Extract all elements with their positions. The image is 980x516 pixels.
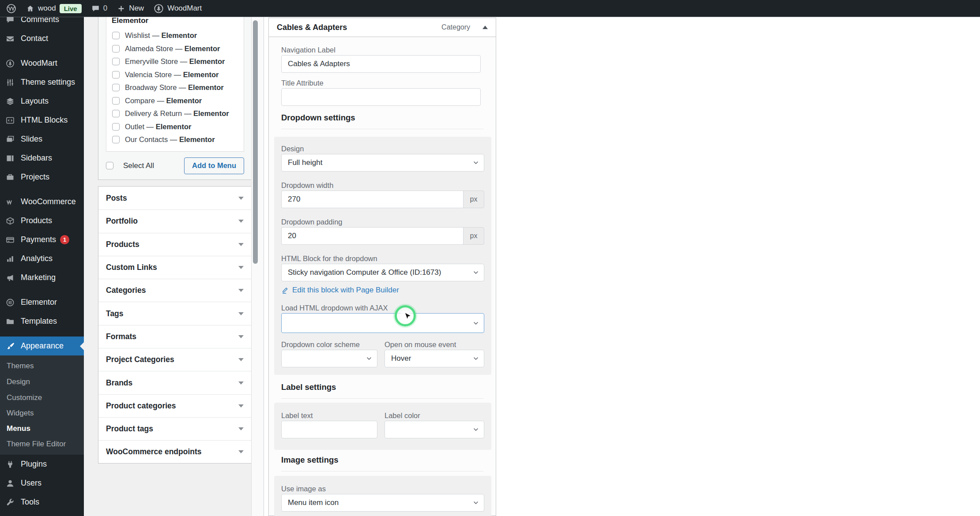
item-checkbox[interactable] — [112, 32, 120, 39]
checklist-item[interactable]: Emeryville Store — Elementor — [112, 55, 244, 68]
wordpress-menus-page: Elementor Wishlist — Elementor Alameda S… — [0, 0, 980, 516]
item-checkbox[interactable] — [112, 58, 120, 65]
sidebar-item-products[interactable]: Products — [0, 211, 84, 230]
accordion-section-brands[interactable]: Brands — [98, 371, 251, 394]
accordion-section-project-categories[interactable]: Project Categories — [98, 348, 251, 371]
label-color-select[interactable] — [384, 421, 484, 438]
item-checkbox[interactable] — [112, 71, 120, 79]
theme-name: WoodMart — [167, 4, 202, 13]
select-all-checkbox[interactable] — [106, 162, 113, 169]
accordion-section-formats[interactable]: Formats — [98, 325, 251, 348]
item-checkbox[interactable] — [112, 97, 120, 105]
ajax-label: Load HTML dropdown with AJAX — [281, 304, 388, 312]
accordion-section-portfolio[interactable]: Portfolio — [98, 209, 251, 232]
use-image-as-select[interactable]: Menu item icon — [281, 494, 484, 512]
accordion-section-product-tags[interactable]: Product tags — [98, 417, 251, 440]
menu-item-header[interactable]: Cables & Adapters Category — [268, 18, 496, 37]
checklist-item[interactable]: Our Contacts — Elementor — [112, 133, 244, 146]
chevron-down-icon — [472, 426, 479, 433]
html-block-select[interactable]: Sticky navigation Computer & Office (ID:… — [281, 264, 484, 281]
chevron-down-icon — [472, 355, 479, 362]
dropdown-width-field: 270 px — [281, 191, 484, 208]
item-checkbox[interactable] — [112, 84, 120, 91]
item-checkbox[interactable] — [112, 45, 120, 52]
accordion-section-products[interactable]: Products — [98, 233, 251, 256]
dropdown-padding-field: 20 px — [281, 227, 484, 245]
ajax-select[interactable] — [281, 313, 484, 333]
sidebar-item-appearance[interactable]: Appearance — [0, 337, 84, 355]
submenu-item-menus[interactable]: Menus — [7, 421, 30, 437]
sidebar-item-payments[interactable]: Payments1 — [0, 230, 84, 249]
collapse-icon[interactable] — [482, 26, 488, 29]
submenu-item-customize[interactable]: Customize — [7, 390, 42, 406]
checklist-item[interactable]: Valencia Store — Elementor — [112, 68, 244, 82]
submenu-item-theme-file-editor[interactable]: Theme File Editor — [7, 436, 66, 452]
chevron-down-icon — [238, 289, 244, 292]
dropdown-padding-input[interactable]: 20 — [281, 227, 463, 245]
checklist-item[interactable]: Compare — Elementor — [112, 94, 244, 108]
design-select[interactable]: Full height — [281, 154, 484, 172]
new-content-menu[interactable]: New — [112, 0, 149, 17]
code-box-icon — [6, 116, 15, 125]
chevron-down-icon — [472, 320, 479, 327]
sidebar-item-projects[interactable]: Projects — [0, 168, 84, 187]
sidebar-item-elementor[interactable]: Elementor — [0, 293, 84, 312]
elementor-icon — [6, 298, 15, 307]
sliders-icon — [6, 78, 15, 87]
item-checkbox[interactable] — [112, 123, 120, 131]
sidebar-item-marketing[interactable]: Marketing — [0, 268, 84, 287]
accordion-section-woocommerce-endpoints[interactable]: WooCommerce endpoints — [98, 440, 251, 463]
label-settings-heading: Label settings — [281, 382, 483, 399]
sidebar-item-tools[interactable]: Tools — [0, 493, 84, 512]
title-attribute-input[interactable] — [281, 88, 481, 106]
navigation-label-label: Navigation Label — [281, 46, 335, 54]
sidebar-item-users[interactable]: Users — [0, 474, 84, 493]
sidebar-item-layouts[interactable]: Layouts — [0, 92, 84, 111]
item-checkbox[interactable] — [112, 136, 120, 143]
checklist-item[interactable]: Alameda Store — Elementor — [112, 42, 244, 56]
wordpress-logo-menu[interactable] — [0, 0, 21, 17]
navigation-label-input[interactable] — [281, 55, 481, 73]
sidebar-item-woodmart[interactable]: WoodMart — [0, 54, 84, 73]
use-image-as-label: Use image as — [281, 485, 326, 493]
accordion-section-posts[interactable]: Posts — [98, 187, 251, 209]
sidebar-item-analytics[interactable]: Analytics — [0, 249, 84, 268]
mouse-event-select[interactable]: Hover — [384, 350, 484, 367]
sidebar-item-sidebars[interactable]: Sidebars — [0, 149, 84, 168]
submenu-item-themes[interactable]: Themes — [7, 358, 34, 374]
submenu-item-design[interactable]: Design — [7, 374, 30, 390]
credit-card-icon — [6, 236, 15, 244]
chevron-down-icon — [472, 159, 479, 166]
sidebar-item-theme-settings[interactable]: Theme settings — [0, 73, 84, 92]
checklist-item[interactable]: Broadway Store — Elementor — [112, 81, 244, 94]
add-to-menu-button[interactable]: Add to Menu — [184, 157, 244, 174]
chevron-down-icon — [238, 220, 244, 223]
new-label: New — [129, 4, 144, 13]
accordion-section-custom-links[interactable]: Custom Links — [98, 256, 251, 279]
submenu-item-widgets[interactable]: Widgets — [7, 405, 34, 421]
site-menu[interactable]: wood Live — [21, 0, 87, 17]
accordion-section-tags[interactable]: Tags — [98, 302, 251, 325]
label-text-input[interactable] — [281, 421, 377, 438]
color-scheme-select[interactable] — [281, 350, 377, 367]
item-checkbox[interactable] — [112, 110, 120, 117]
scrollbar-thumb[interactable] — [253, 20, 258, 264]
sidebar-item-slides[interactable]: Slides — [0, 130, 84, 149]
checklist-item[interactable]: Wishlist — Elementor — [112, 29, 244, 42]
sidebar-item-templates[interactable]: Templates — [0, 312, 84, 331]
woodmart-menu[interactable]: WoodMart — [149, 0, 207, 17]
edit-block-link[interactable]: Edit this block with Page Builder — [281, 286, 399, 295]
accordion-section-product-categories[interactable]: Product categories — [98, 394, 251, 417]
accordion-section-categories[interactable]: Categories — [98, 279, 251, 302]
sidebar-item-contact[interactable]: Contact — [0, 29, 84, 48]
comments-menu[interactable]: 0 — [87, 0, 112, 17]
sidebar-item-woocommerce[interactable]: WooCommerce — [0, 192, 84, 211]
chevron-down-icon — [238, 243, 244, 246]
dropdown-width-input[interactable]: 270 — [281, 191, 463, 208]
checklist-item[interactable]: Outlet — Elementor — [112, 120, 244, 134]
checklist-item[interactable]: Delivery & Return — Elementor — [112, 107, 244, 120]
chevron-down-icon — [238, 381, 244, 385]
chevron-down-icon — [238, 197, 244, 200]
sidebar-item-plugins[interactable]: Plugins — [0, 455, 84, 474]
sidebar-item-html-blocks[interactable]: HTML Blocks — [0, 111, 84, 130]
